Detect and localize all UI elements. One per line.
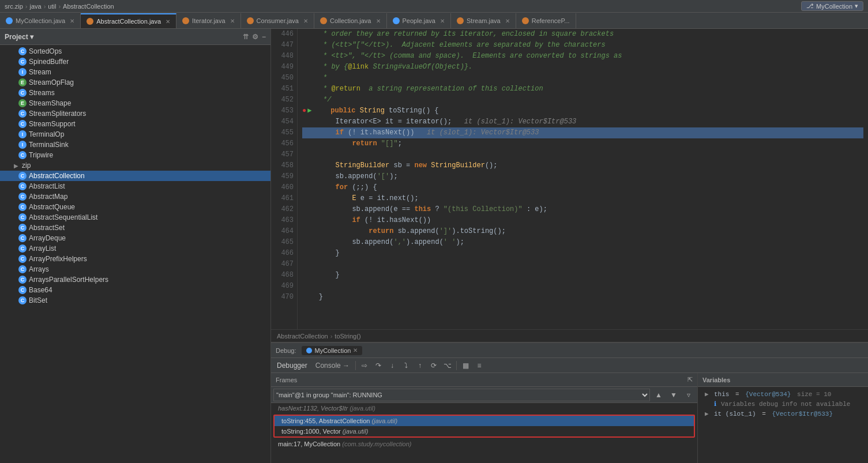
tree-item-abstractqueue[interactable]: C AbstractQueue	[0, 202, 270, 212]
settings-btn[interactable]: ≡	[473, 360, 486, 371]
tree-item-terminalsink[interactable]: I TerminalSink	[0, 140, 270, 150]
tree-item-tripwire[interactable]: C Tripwire	[0, 150, 270, 160]
tree-item-terminalop[interactable]: I TerminalOp	[0, 129, 270, 140]
tree-item-zip[interactable]: ▶ zip	[0, 160, 270, 171]
filter-frames-btn[interactable]: ▿	[682, 389, 695, 401]
tab-people-close[interactable]: ✕	[440, 18, 445, 24]
project-sidebar: Project ▾ ⇈ ⚙ − C SortedOps C SpinedBuff…	[0, 29, 271, 463]
tree-item-streamspliterators[interactable]: C StreamSpliterators	[0, 108, 270, 119]
var-it-expand[interactable]: ▶	[705, 410, 712, 417]
tab-abstractcollection[interactable]: AbstractCollection.java ✕	[81, 13, 176, 28]
tree-item-streamshape[interactable]: E StreamShape	[0, 98, 270, 108]
tab-stream[interactable]: Stream.java ✕	[451, 13, 516, 28]
tab-referencep[interactable]: ReferenceP...	[516, 13, 576, 28]
evaluate-btn[interactable]: ⌥	[441, 360, 454, 371]
run-to-cursor-btn[interactable]: ⟳	[427, 360, 440, 371]
tree-item-bitset[interactable]: C BitSet	[0, 295, 270, 306]
tree-item-sortedops[interactable]: C SortedOps	[0, 46, 270, 57]
step-over-btn[interactable]: ↷	[372, 360, 385, 371]
resume-btn[interactable]: ⇨	[358, 360, 371, 371]
tree-item-arraylist[interactable]: C ArrayList	[0, 243, 270, 254]
tree-item-abstractsequentiallist[interactable]: C AbstractSequentialList	[0, 212, 270, 223]
debugger-tab-btn[interactable]: Debugger	[273, 360, 311, 371]
tab-collection[interactable]: Collection.java ✕	[314, 13, 387, 28]
tree-item-arrays[interactable]: C Arrays	[0, 264, 270, 274]
tree-item-abstractlist[interactable]: C AbstractList	[0, 181, 270, 191]
thread-selector[interactable]: "main"@1 in group "main": RUNNING	[273, 389, 650, 401]
tree-item-streamopflag[interactable]: E StreamOpFlag	[0, 77, 270, 88]
debug-session-tab[interactable]: MyCollection ✕	[302, 346, 362, 355]
tree-item-streams[interactable]: C Streams	[0, 88, 270, 98]
frame-item-hasnext[interactable]: hasNext:1132, Vector$Itr (java.util)	[271, 403, 697, 413]
tab-abstractcollection-close[interactable]: ✕	[166, 18, 170, 25]
branch-icon: ⎇	[806, 2, 814, 10]
code-line-458: StringBuilder sb = new StringBuilder();	[302, 160, 863, 171]
tab-iterator-close[interactable]: ✕	[230, 18, 235, 24]
debug-toolbar: Debugger Console → ⇨ ↷ ↓ ⤵ ↑ ⟳ ⌥ ▦ ≡	[271, 358, 868, 373]
var-item-this[interactable]: ▶ this = {Vector@534} size = 10	[698, 389, 868, 399]
streamshape-icon: E	[18, 99, 27, 107]
tree-item-abstractcollection[interactable]: C AbstractCollection	[0, 171, 270, 181]
frame-item-main17[interactable]: main:17, MyCollection (com.study.mycolle…	[271, 439, 697, 449]
step-into-btn[interactable]: ↓	[386, 360, 399, 371]
code-line-459: sb.append('[');	[302, 171, 863, 182]
branch-button[interactable]: ⎇ MyCollection ▾	[801, 1, 863, 11]
streams-label: Streams	[29, 89, 55, 97]
move-up-btn[interactable]: ▲	[652, 389, 665, 401]
tree-item-stream[interactable]: I Stream	[0, 67, 270, 77]
code-content[interactable]: * order they are returned by its iterato…	[298, 29, 868, 329]
var-item-it[interactable]: ▶ it (slot_1) = {Vector$Itr@533}	[698, 409, 868, 419]
tree-item-abstractmap[interactable]: C AbstractMap	[0, 191, 270, 202]
bitset-icon: C	[18, 296, 27, 304]
tree-item-abstractset[interactable]: C AbstractSet	[0, 223, 270, 233]
spinedbuffer-icon: C	[18, 58, 27, 66]
code-line-461: E e = it.next();	[302, 193, 863, 204]
code-line-470: }	[302, 292, 863, 303]
tree-item-streamsupport[interactable]: C StreamSupport	[0, 119, 270, 129]
tree-item-spinedbuffer[interactable]: C SpinedBuffer	[0, 57, 270, 67]
editor-area: 446 447 448 449 450 451 452 453 454 455 …	[271, 29, 868, 342]
tab-iterator[interactable]: Iterator.java ✕	[176, 13, 241, 28]
chevron-down-icon: ▾	[855, 2, 858, 10]
tree-item-arrayprefixhelpers[interactable]: C ArrayPrefixHelpers	[0, 254, 270, 264]
tree-item-arraydeque[interactable]: C ArrayDeque	[0, 233, 270, 243]
sortedops-icon: C	[18, 47, 27, 55]
toolbar-sep-2	[456, 361, 457, 370]
var-this-expand[interactable]: ▶	[705, 390, 712, 398]
streams-icon: C	[18, 89, 27, 97]
top-bar: src.zip › java › util › AbstractCollecti…	[0, 0, 868, 13]
tab-consumer-label: Consumer.java	[257, 17, 299, 24]
restore-layout-btn[interactable]: ▦	[459, 360, 472, 371]
frames-title: Frames	[276, 377, 297, 383]
sidebar-actions[interactable]: ⇈ ⚙ −	[243, 33, 266, 41]
tree-item-base64[interactable]: C Base64	[0, 285, 270, 295]
tab-people[interactable]: People.java ✕	[387, 13, 452, 28]
console-tab-btn[interactable]: Console →	[312, 360, 353, 371]
path-class: AbstractCollection	[63, 3, 114, 10]
main-layout: Project ▾ ⇈ ⚙ − C SortedOps C SpinedBuff…	[0, 29, 868, 463]
abstractqueue-icon: C	[18, 203, 27, 211]
frame-item-tostring455[interactable]: toString:455, AbstractCollection (java.u…	[275, 416, 694, 426]
tab-consumer[interactable]: Consumer.java ✕	[241, 13, 314, 28]
path-src: src.zip	[5, 3, 23, 10]
code-line-465: sb.append(',').append(' ');	[302, 237, 863, 248]
debug-session-close[interactable]: ✕	[353, 347, 358, 353]
collapse-all-icon[interactable]: ⇈	[243, 33, 249, 41]
step-out-btn[interactable]: ↑	[414, 360, 426, 371]
frames-expand-icon[interactable]: ⇱	[687, 376, 693, 383]
frame-item-tostring1000[interactable]: toString:1000, Vector (java.util)	[275, 426, 694, 436]
tab-stream-close[interactable]: ✕	[505, 18, 510, 24]
toolbar-sep-1	[355, 361, 356, 370]
terminalsink-icon: I	[18, 141, 27, 149]
tab-mycollection[interactable]: MyCollection.java ✕	[0, 13, 81, 28]
tree-item-arraysparallelsorters[interactable]: C ArraysParallelSortHelpers	[0, 274, 270, 285]
move-down-btn[interactable]: ▼	[667, 389, 680, 401]
zip-label: zip	[22, 161, 31, 170]
force-step-into-btn[interactable]: ⤵	[400, 360, 412, 371]
hide-sidebar-icon[interactable]: −	[262, 33, 266, 41]
settings-icon[interactable]: ⚙	[252, 33, 258, 41]
tab-collection-close[interactable]: ✕	[376, 18, 381, 24]
code-line-454: Iterator<E> it = iterator(); it (slot_1)…	[302, 116, 863, 127]
tab-mycollection-close[interactable]: ✕	[70, 18, 74, 24]
tab-consumer-close[interactable]: ✕	[303, 18, 308, 24]
